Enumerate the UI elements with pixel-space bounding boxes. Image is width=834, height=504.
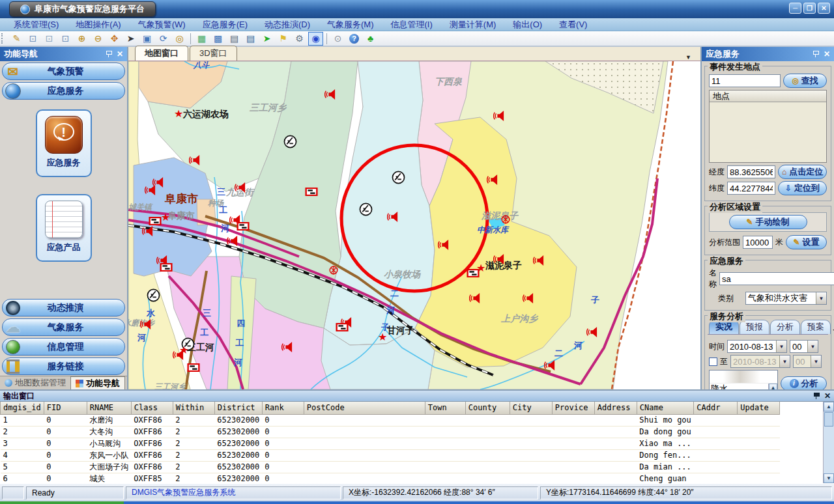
zoom-in-icon[interactable]: ⊕ xyxy=(74,32,89,46)
to-checkbox[interactable] xyxy=(709,357,717,366)
tab-map-data-management[interactable]: 地图数据管理 xyxy=(0,376,70,389)
column-header[interactable]: CName xyxy=(637,402,693,414)
column-header[interactable]: Class xyxy=(131,402,173,414)
menu-emergency-service[interactable]: 应急服务(E) xyxy=(194,19,256,31)
table-row[interactable]: 30小马厩沟OXFF8626523020000Xiao ma ... xyxy=(1,438,780,449)
settings-gear-icon[interactable]: ⚙ xyxy=(292,32,307,46)
table-row[interactable]: 20大冬沟OXFF8626523020000Da dong gou xyxy=(1,426,780,438)
analyze-button[interactable]: i 分析 xyxy=(781,376,827,389)
table-row[interactable]: 60城关OXFF8526523020000Cheng guan xyxy=(1,473,780,483)
date2-combo[interactable]: 2010-08-13▼ xyxy=(730,355,790,368)
globe-service-icon[interactable]: ◉ xyxy=(308,32,323,46)
hour-combo[interactable]: 00▼ xyxy=(790,340,818,353)
lon-input[interactable] xyxy=(727,165,775,178)
pin-icon[interactable] xyxy=(106,51,111,58)
tab-function-nav[interactable]: 功能导航 xyxy=(70,376,125,389)
nav-group-emergency-service[interactable]: 应急服务 xyxy=(2,82,125,100)
tab-plan[interactable]: 预案 xyxy=(801,320,831,334)
column-header[interactable]: District xyxy=(214,402,262,414)
locate-to-button[interactable]: ⇩ 定位到 xyxy=(778,181,827,195)
set-button[interactable]: ✎ 设置 xyxy=(786,235,827,249)
emergency-service-button[interactable]: ! 应急服务 xyxy=(36,109,92,177)
find-button[interactable]: ◎ 查找 xyxy=(783,74,827,88)
minimize-button[interactable]: ─ xyxy=(789,3,801,14)
list-item[interactable]: 降水 xyxy=(710,384,777,389)
column-header[interactable]: FID xyxy=(44,402,87,414)
nav-group-service-links[interactable]: 服务链接 xyxy=(2,357,125,375)
column-header[interactable]: Town xyxy=(425,402,465,414)
locate-click-button[interactable]: ⌂ 点击定位 xyxy=(778,165,827,179)
nav-group-weather-service[interactable]: ☁ 气象服务 xyxy=(2,318,125,336)
tab-map-window[interactable]: 地图窗口 xyxy=(135,46,188,61)
listbox-scrollbar[interactable]: ▲ xyxy=(768,384,777,389)
column-header[interactable]: County xyxy=(465,402,510,414)
hour2-combo[interactable]: 00▼ xyxy=(793,355,822,368)
table-row[interactable]: 50大面场子沟OXFF8626523020000Da mian ... xyxy=(1,461,780,473)
zoom-scale-icon[interactable]: ◎ xyxy=(172,32,187,46)
menu-system-management[interactable]: 系统管理(S) xyxy=(5,19,67,31)
chevron-down-icon[interactable]: ▼ xyxy=(816,292,826,304)
print-icon[interactable]: ▤ xyxy=(227,32,242,46)
location-list[interactable]: 地点 xyxy=(709,90,827,163)
nav-group-dynamic-deduction[interactable]: 动态推演 xyxy=(2,299,125,316)
emergency-product-button[interactable]: 应急产品 xyxy=(36,194,92,262)
column-header[interactable]: City xyxy=(510,402,552,414)
menu-view[interactable]: 查看(V) xyxy=(551,19,596,31)
layers-icon[interactable]: ▦ xyxy=(194,32,209,46)
close-icon[interactable]: ✕ xyxy=(824,50,830,58)
element-listbox[interactable]: 降水空气温度 ▲ xyxy=(709,370,778,389)
menu-info-management[interactable]: 信息管理(I) xyxy=(382,19,441,31)
map-canvas[interactable]: 六运湖农场三工河乡下西泉八斗阜康市城关镇阜康市种场九运街滋泥泉子中新水库滋泥泉子… xyxy=(128,61,700,389)
zoom-out-icon[interactable]: ⊖ xyxy=(91,32,106,46)
close-button[interactable]: ✕ xyxy=(818,3,830,14)
lat-input[interactable] xyxy=(727,182,775,195)
column-header[interactable]: PostCode xyxy=(304,402,425,414)
export-tree-icon[interactable]: ♣ xyxy=(363,32,378,46)
tab-scroll-left-icon[interactable]: ◀ xyxy=(831,326,834,333)
nav-group-weather-warning[interactable]: ✉ 气象预警 xyxy=(2,63,125,80)
pin-icon[interactable] xyxy=(813,393,819,400)
select-poly-icon[interactable]: ⊡ xyxy=(42,32,57,46)
select-rect-icon[interactable]: ⊡ xyxy=(25,32,40,46)
location-query-input[interactable] xyxy=(709,74,781,87)
close-icon[interactable]: ✕ xyxy=(117,50,123,58)
menu-dynamic-deduction[interactable]: 动态推演(D) xyxy=(256,19,319,31)
column-header[interactable]: Provice xyxy=(552,402,594,414)
tab-analysis[interactable]: 分析 xyxy=(770,320,800,334)
menu-weather-service[interactable]: 气象服务(M) xyxy=(319,19,382,31)
placemark-icon[interactable]: ⚑ xyxy=(276,32,291,46)
help-icon[interactable]: ? xyxy=(347,32,362,46)
column-header[interactable]: dmgis_id xyxy=(1,402,44,414)
print-color-icon[interactable]: ▤ xyxy=(243,32,258,46)
nav-group-info-management[interactable]: 信息管理 xyxy=(2,338,125,356)
vertical-scrollbar[interactable]: ▲ ▼ xyxy=(823,402,834,483)
measure-icon[interactable]: ✎ xyxy=(9,32,24,46)
column-header[interactable]: CAddr xyxy=(694,402,738,414)
column-header[interactable]: Address xyxy=(594,402,637,414)
scroll-up-icon[interactable]: ▲ xyxy=(824,402,834,412)
pin-icon[interactable] xyxy=(812,51,818,58)
restore-button[interactable]: ❐ xyxy=(803,3,816,14)
column-header[interactable]: Within xyxy=(173,402,214,414)
column-header[interactable]: Rank xyxy=(262,402,304,414)
pan-hand-icon[interactable]: ✥ xyxy=(107,32,122,46)
vscroll-thumb[interactable] xyxy=(824,412,833,427)
range-input[interactable] xyxy=(743,236,773,249)
menu-map-operation[interactable]: 地图操作(A) xyxy=(67,19,129,31)
close-icon[interactable]: ✕ xyxy=(824,392,831,400)
refresh-icon[interactable]: ⟳ xyxy=(156,32,171,46)
full-extent-icon[interactable]: ▣ xyxy=(139,32,154,46)
scroll-down-icon[interactable]: ▼ xyxy=(824,473,834,483)
goto-arrow-icon[interactable]: ➤ xyxy=(259,32,274,46)
image-export-icon[interactable]: ▩ xyxy=(210,32,225,46)
menu-measure-calc[interactable]: 测量计算(M) xyxy=(441,19,505,31)
service-name-input[interactable] xyxy=(719,272,834,285)
manual-draw-button[interactable]: ✎ 手动绘制 xyxy=(729,215,807,229)
tab-3d-window[interactable]: 3D窗口 xyxy=(190,46,237,61)
date-combo[interactable]: 2010-08-13▼ xyxy=(727,340,787,353)
column-header[interactable]: Update xyxy=(738,402,780,414)
scroll-up-icon[interactable]: ▲ xyxy=(769,384,777,389)
table-row[interactable]: 10水磨沟OXFF8626523020000Shui mo gou xyxy=(1,414,780,426)
visibility-eye-icon[interactable]: ⊙ xyxy=(330,32,345,46)
pointer-icon[interactable]: ➤ xyxy=(123,32,138,46)
